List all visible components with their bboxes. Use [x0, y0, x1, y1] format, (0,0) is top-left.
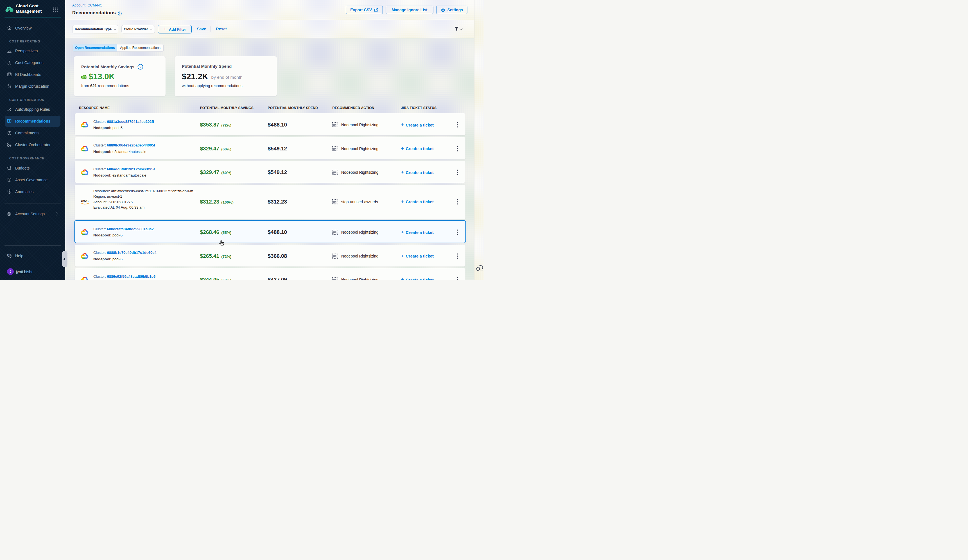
cluster-link[interactable]: 688add6fb019b17f9bccb95a: [107, 167, 155, 171]
app-grid-icon[interactable]: [53, 7, 58, 12]
funnel-icon: [454, 27, 459, 31]
page-title: Recommendations: [72, 10, 116, 16]
create-ticket-link[interactable]: + Create a ticket: [401, 230, 434, 235]
action-label: Nodepool Rightsizing: [341, 123, 378, 127]
sidebar-item-margin-obfuscation[interactable]: Margin Obfuscation: [5, 81, 60, 92]
recommendation-row[interactable]: Cluster: 6881a3ccc887941a4ee202ff Nodepo…: [75, 113, 466, 135]
filter-panel-toggle[interactable]: [454, 27, 462, 31]
row-menu-kebab[interactable]: [455, 199, 460, 205]
user-name[interactable]: jyoti.bisht: [16, 270, 32, 274]
svg-text:aws: aws: [81, 199, 88, 203]
col-potential-monthly-savings: POTENTIAL MONTHLY SAVINGS: [200, 104, 254, 111]
piggy-bank-icon: [7, 166, 12, 171]
percent-icon: [7, 84, 12, 89]
cluster-link[interactable]: 6881a3ccc887941a4ee202ff: [107, 119, 154, 123]
filter-bar: Recommendation Type Cloud Provider + Add…: [65, 20, 474, 38]
create-ticket-link[interactable]: + Create a ticket: [401, 253, 434, 258]
recommendation-row[interactable]: Cluster: 6886e92f59a48cad86b5b1c6 $244.0…: [75, 268, 466, 280]
commitments-icon: [7, 131, 12, 136]
sidebar-item-cost-categories[interactable]: Cost Categories: [5, 57, 60, 68]
sidebar-item-account-settings[interactable]: Account Settings: [5, 209, 60, 220]
svg-text:?: ?: [139, 65, 141, 69]
row-menu-kebab[interactable]: [455, 122, 460, 128]
sidebar-item-budgets[interactable]: Budgets: [5, 163, 60, 174]
cluster-link[interactable]: 68898c064e3e2ba0e544005f: [107, 143, 155, 147]
chat-bubbles-icon[interactable]: [476, 264, 484, 272]
sidebar-item-perspectives[interactable]: Perspectives: [5, 45, 60, 56]
action-image-icon: [332, 199, 338, 204]
section-label-cost-optimization: COST OPTIMIZATION: [9, 98, 45, 101]
collapse-left-icon: [63, 258, 65, 260]
add-filter-button[interactable]: + Add Filter: [158, 25, 192, 33]
recommendation-type-dropdown[interactable]: Recommendation Type: [72, 25, 118, 33]
help-circle-icon[interactable]: ?: [138, 64, 143, 70]
table-header: RESOURCE NAME POTENTIAL MONTHLY SAVINGS …: [75, 104, 465, 111]
reset-filter-link[interactable]: Reset: [216, 27, 227, 31]
gcp-icon: [81, 169, 88, 176]
action-image-icon: [332, 122, 338, 128]
row-menu-kebab[interactable]: [455, 169, 460, 176]
savings-card-title: Potential Monthly Savings: [81, 65, 134, 69]
avatar[interactable]: J: [7, 268, 14, 275]
breadcrumb[interactable]: Account: CCM-NG: [72, 3, 103, 7]
save-filter-link[interactable]: Save: [197, 27, 206, 31]
row-menu-kebab[interactable]: [455, 229, 460, 235]
recommendations-list: Cluster: 6881a3ccc887941a4ee202ff Nodepo…: [75, 113, 466, 280]
page-header: Account: CCM-NG Recommendations Export C…: [65, 0, 474, 20]
section-label-cost-governance: COST GOVERNANCE: [9, 157, 44, 160]
create-ticket-link[interactable]: + Create a ticket: [401, 170, 434, 175]
spend-value: $21.2K: [182, 72, 208, 81]
potential-monthly-savings-card: Potential Monthly Savings ? $ $13.0K: [74, 56, 166, 96]
tab-open-recommendations[interactable]: Open Recommendations: [73, 45, 117, 51]
sidebar-item-anomalies[interactable]: Anomalies: [5, 186, 60, 197]
sidebar-item-help[interactable]: ? Help: [5, 250, 60, 262]
row-menu-kebab[interactable]: [455, 277, 460, 280]
app-title: Cloud Cost Management: [16, 3, 42, 14]
row-menu-kebab[interactable]: [455, 253, 460, 259]
aws-icon: aws: [81, 198, 90, 205]
recommendation-row[interactable]: Cluster: 6888b1c70e49db17c1de60c4 Nodepo…: [75, 245, 466, 267]
create-ticket-link[interactable]: + Create a ticket: [401, 199, 434, 204]
tab-applied-recommendations[interactable]: Applied Recommendations: [117, 45, 163, 51]
recommendation-row[interactable]: Cluster: 688add6fb019b17f9bccb95a Nodepo…: [75, 161, 466, 183]
sidebar-item-autostopping-rules[interactable]: AutoStopping Rules: [5, 104, 60, 115]
cloud-provider-dropdown[interactable]: Cloud Provider: [121, 25, 155, 33]
savings-value: $13.0K: [88, 72, 115, 81]
potential-monthly-spend-card: Potential Monthly Spend $21.2K by end of…: [174, 56, 277, 96]
manage-ignore-list-button[interactable]: Manage Ignore List: [386, 6, 433, 14]
cluster-link[interactable]: 6886e92f59a48cad86b5b1c6: [107, 274, 156, 278]
row-menu-kebab[interactable]: [455, 146, 460, 152]
recommendation-row-selected[interactable]: Cluster: 688c2fefc84fbdc99801a0a2 Nodepo…: [75, 221, 466, 243]
action-image-icon: [332, 277, 338, 280]
gcp-icon: [81, 277, 88, 280]
export-csv-button[interactable]: Export CSV: [346, 6, 383, 14]
spend-value-suffix: by end of month: [211, 73, 242, 80]
chevron-down-icon: [150, 28, 152, 30]
sidebar-item-overview[interactable]: Overview: [5, 23, 60, 33]
col-resource-name: RESOURCE NAME: [79, 104, 109, 111]
create-ticket-link[interactable]: + Create a ticket: [401, 123, 434, 128]
sidebar-item-cluster-orchestrator[interactable]: Cluster Orchestrator: [5, 139, 60, 151]
sidebar-collapse-handle[interactable]: [62, 251, 68, 267]
sidebar-item-bi-dashboards[interactable]: BI Dashboards: [5, 69, 60, 80]
sidebar-item-commitments[interactable]: Commitments: [5, 128, 60, 139]
shield-alert-icon: [7, 189, 12, 194]
info-icon[interactable]: [118, 12, 122, 15]
shield-dollar-icon: $: [7, 177, 12, 182]
sidebar-item-recommendations[interactable]: Recommendations: [5, 116, 60, 127]
create-ticket-link[interactable]: + Create a ticket: [401, 277, 434, 280]
cluster-link[interactable]: 688c2fefc84fbdc99801a0a2: [107, 227, 154, 231]
spend-caption: without applying recommendations: [182, 83, 242, 88]
action-image-icon: [332, 170, 338, 175]
sidebar-accent-line: [5, 17, 61, 17]
recommendation-row-aws[interactable]: aws Resource: arn:aws:rds:us-east-1:5116…: [75, 185, 466, 219]
settings-button[interactable]: Settings: [436, 6, 467, 14]
home-icon: [7, 26, 12, 31]
savings-value: $353.87: [200, 122, 219, 128]
create-ticket-link[interactable]: + Create a ticket: [401, 146, 434, 151]
sidebar-header: $ Cloud Cost Management: [0, 0, 65, 17]
sidebar-item-asset-governance[interactable]: $ Asset Governance: [5, 174, 60, 185]
gear-icon: [441, 8, 445, 12]
recommendation-row[interactable]: Cluster: 68898c064e3e2ba0e544005f Nodepo…: [75, 137, 466, 159]
cluster-link[interactable]: 6888b1c70e49db17c1de60c4: [107, 250, 156, 255]
